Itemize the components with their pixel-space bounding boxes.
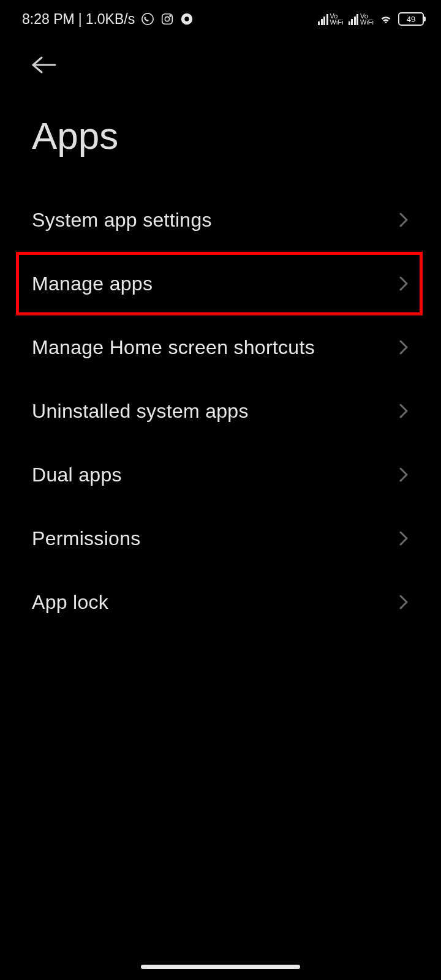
instagram-icon	[160, 12, 174, 26]
chevron-right-icon	[398, 211, 409, 228]
menu-item-system-app-settings[interactable]: System app settings	[0, 188, 441, 252]
battery-icon: 49	[398, 12, 424, 26]
menu-item-manage-apps[interactable]: Manage apps	[0, 252, 441, 315]
status-data-rate: 1.0KB/s	[86, 11, 135, 28]
chevron-right-icon	[398, 594, 409, 611]
home-indicator[interactable]	[141, 965, 300, 969]
svg-point-5	[185, 17, 189, 21]
menu-item-label: System app settings	[32, 209, 212, 232]
wifi-icon	[379, 12, 393, 26]
menu-item-uninstalled-system-apps[interactable]: Uninstalled system apps	[0, 379, 441, 443]
arrow-left-icon	[31, 55, 58, 75]
chrome-icon	[180, 12, 194, 26]
chevron-right-icon	[398, 466, 409, 483]
menu-item-app-lock[interactable]: App lock	[0, 570, 441, 634]
menu-item-label: Dual apps	[32, 464, 122, 486]
battery-level: 49	[407, 15, 415, 24]
whatsapp-icon	[141, 12, 154, 26]
chevron-right-icon	[398, 275, 409, 292]
status-bar: 8:28 PM | 1.0KB/s	[0, 0, 441, 37]
signal-icon	[349, 13, 359, 25]
menu-item-manage-home-screen-shortcuts[interactable]: Manage Home screen shortcuts	[0, 315, 441, 379]
menu-item-label: Manage apps	[32, 273, 153, 295]
page-title: Apps	[0, 77, 441, 188]
svg-point-3	[170, 15, 171, 17]
svg-point-2	[165, 17, 170, 21]
status-time: 8:28 PM	[22, 11, 75, 28]
chevron-right-icon	[398, 402, 409, 420]
status-right: VoWiFi VoWiFi 49	[318, 12, 424, 26]
menu-list: System app settings Manage apps Manage H…	[0, 188, 441, 634]
vowifi-icon: VoWiFi	[360, 13, 374, 25]
vowifi-icon: VoWiFi	[330, 13, 344, 25]
status-left: 8:28 PM | 1.0KB/s	[22, 11, 194, 28]
signal-icon	[318, 13, 328, 25]
menu-item-label: App lock	[32, 591, 108, 614]
chevron-right-icon	[398, 339, 409, 356]
menu-item-dual-apps[interactable]: Dual apps	[0, 443, 441, 507]
back-button[interactable]	[0, 37, 441, 77]
menu-item-label: Manage Home screen shortcuts	[32, 336, 315, 359]
svg-point-0	[142, 13, 153, 24]
chevron-right-icon	[398, 530, 409, 547]
menu-item-label: Uninstalled system apps	[32, 400, 249, 423]
menu-item-permissions[interactable]: Permissions	[0, 507, 441, 570]
menu-item-label: Permissions	[32, 527, 141, 550]
